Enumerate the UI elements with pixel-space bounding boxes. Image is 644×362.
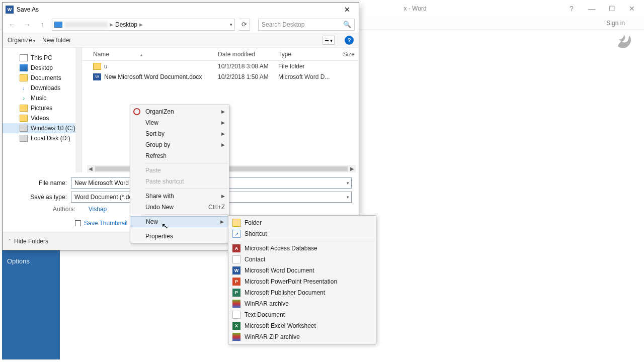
tree-this-pc[interactable]: This PC bbox=[3, 53, 82, 63]
nav-up-button[interactable]: ↑ bbox=[37, 21, 48, 28]
col-type[interactable]: Type bbox=[278, 51, 336, 58]
ctx-group-by[interactable]: Group by▶ bbox=[130, 139, 229, 150]
ctx-paste-shortcut: Paste shortcut bbox=[130, 176, 229, 187]
submenu-arrow-icon: ▶ bbox=[220, 219, 224, 224]
sub-folder[interactable]: Folder bbox=[228, 217, 376, 228]
winrar-icon bbox=[232, 300, 240, 308]
file-row[interactable]: u 10/1/2018 3:08 AM File folder bbox=[82, 61, 359, 71]
ctx-refresh[interactable]: Refresh bbox=[130, 150, 229, 161]
folder-icon bbox=[93, 63, 101, 70]
ctx-properties[interactable]: Properties bbox=[130, 231, 229, 242]
dropdown-icon[interactable]: ▾ bbox=[347, 195, 349, 200]
col-date[interactable]: Date modified bbox=[218, 51, 278, 58]
hide-folders-button[interactable]: ˄ Hide Folders bbox=[9, 238, 48, 245]
maximize-button[interactable]: ☐ bbox=[603, 3, 621, 15]
save-thumbnail-checkbox[interactable] bbox=[75, 220, 81, 226]
ctx-new[interactable]: New▶ bbox=[131, 216, 228, 227]
separator bbox=[144, 189, 228, 189]
new-folder-button[interactable]: New folder bbox=[42, 37, 71, 44]
breadcrumb-blurred bbox=[64, 22, 108, 28]
nav-forward-button[interactable]: → bbox=[22, 20, 33, 29]
breadcrumb-location[interactable]: Desktop bbox=[115, 21, 137, 28]
options-label[interactable]: Options bbox=[7, 257, 30, 265]
chevron-up-icon: ˄ bbox=[9, 239, 11, 244]
powerpoint-icon: P bbox=[232, 278, 240, 286]
search-placeholder: Search Desktop bbox=[262, 21, 304, 28]
shortcut-text: Ctrl+Z bbox=[208, 204, 225, 211]
ctx-view[interactable]: View▶ bbox=[130, 117, 229, 128]
tree-drive-c[interactable]: Windows 10 (C:) bbox=[3, 123, 82, 133]
view-options-button[interactable]: ☰ ▾ bbox=[323, 36, 335, 45]
download-icon: ↓ bbox=[20, 84, 28, 92]
tree-drive-d[interactable]: Local Disk (D:) bbox=[3, 133, 82, 143]
tree-videos[interactable]: Videos bbox=[3, 113, 82, 123]
dialog-close-button[interactable]: ✕ bbox=[339, 5, 356, 15]
tree-desktop[interactable]: Desktop bbox=[3, 63, 82, 73]
sub-contact[interactable]: Contact bbox=[228, 254, 376, 265]
col-size[interactable]: Size bbox=[336, 51, 359, 58]
sub-shortcut[interactable]: ↗Shortcut bbox=[228, 228, 376, 239]
search-icon: 🔍 bbox=[343, 21, 351, 28]
sub-winrar-zip[interactable]: WinRAR ZIP archive bbox=[228, 331, 376, 342]
tree-pictures[interactable]: Pictures bbox=[3, 103, 82, 113]
help-icon[interactable]: ? bbox=[562, 3, 581, 15]
dragon-logo-icon bbox=[615, 31, 635, 51]
organize-menu[interactable]: Organize bbox=[8, 37, 35, 44]
chevron-right-icon: ▶ bbox=[110, 22, 113, 27]
context-menu: OrganiZen▶ View▶ Sort by▶ Group by▶ Refr… bbox=[130, 105, 229, 243]
drive-icon bbox=[20, 125, 28, 132]
tree-scrollbar[interactable] bbox=[75, 48, 82, 172]
sub-publisher[interactable]: PMicrosoft Publisher Document bbox=[228, 287, 376, 298]
tree-music[interactable]: ♪Music bbox=[3, 93, 82, 103]
shortcut-icon: ↗ bbox=[232, 230, 240, 238]
access-icon: A bbox=[232, 244, 240, 252]
folder-icon bbox=[20, 74, 28, 81]
filename-label: File name: bbox=[10, 179, 71, 187]
address-dropdown-icon[interactable]: ▾ bbox=[230, 22, 232, 27]
search-input[interactable]: Search Desktop 🔍 bbox=[258, 19, 355, 31]
videos-icon bbox=[20, 115, 28, 122]
minimize-button[interactable]: — bbox=[583, 3, 601, 15]
music-icon: ♪ bbox=[20, 95, 28, 102]
column-headers[interactable]: Name▲ Date modified Type Size bbox=[82, 48, 359, 61]
sub-excel[interactable]: XMicrosoft Excel Worksheet bbox=[228, 320, 376, 331]
word-icon: W bbox=[6, 6, 14, 14]
organizen-icon bbox=[133, 108, 140, 115]
submenu-arrow-icon: ▶ bbox=[221, 142, 225, 147]
ctx-undo-new[interactable]: Undo NewCtrl+Z bbox=[130, 202, 229, 213]
submenu-arrow-icon: ▶ bbox=[221, 131, 225, 136]
separator bbox=[244, 241, 375, 241]
dialog-help-button[interactable]: ? bbox=[345, 36, 354, 45]
scroll-right-icon[interactable]: ▶ bbox=[349, 166, 356, 171]
refresh-button[interactable]: ⟳ bbox=[239, 19, 250, 31]
separator bbox=[144, 229, 228, 229]
tree-documents[interactable]: Documents bbox=[3, 73, 82, 83]
ctx-sort-by[interactable]: Sort by▶ bbox=[130, 128, 229, 139]
pc-icon bbox=[20, 54, 28, 61]
contact-icon bbox=[232, 255, 240, 263]
ctx-share-with[interactable]: Share with▶ bbox=[130, 191, 229, 202]
word-file-icon: W bbox=[93, 73, 101, 80]
sub-text[interactable]: Text Document bbox=[228, 309, 376, 320]
nav-back-button[interactable]: ← bbox=[7, 20, 18, 29]
ctx-organizen[interactable]: OrganiZen▶ bbox=[130, 106, 229, 117]
signin-link[interactable]: Sign in bbox=[606, 20, 625, 27]
authors-label: Authors: bbox=[53, 206, 75, 213]
separator bbox=[144, 214, 228, 215]
authors-value[interactable]: Vishap bbox=[89, 206, 107, 213]
dropdown-icon[interactable]: ▾ bbox=[347, 180, 349, 186]
submenu-arrow-icon: ▶ bbox=[221, 120, 225, 125]
sub-winrar[interactable]: WinRAR archive bbox=[228, 298, 376, 309]
sub-word[interactable]: WMicrosoft Word Document bbox=[228, 265, 376, 276]
tree-downloads[interactable]: ↓Downloads bbox=[3, 83, 82, 93]
drive-icon bbox=[20, 135, 28, 142]
file-row[interactable]: W New Microsoft Word Document.docx 10/2/… bbox=[82, 71, 359, 82]
close-button[interactable]: ✕ bbox=[623, 3, 641, 15]
address-bar[interactable]: ▶ Desktop ▶ ▾ bbox=[52, 19, 235, 31]
sub-ppt[interactable]: PMicrosoft PowerPoint Presentation bbox=[228, 276, 376, 287]
save-thumbnail-label[interactable]: Save Thumbnail bbox=[84, 220, 128, 227]
col-name[interactable]: Name bbox=[93, 51, 109, 58]
submenu-arrow-icon: ▶ bbox=[221, 109, 225, 114]
sub-access[interactable]: AMicrosoft Access Database bbox=[228, 243, 376, 254]
scroll-left-icon[interactable]: ◀ bbox=[87, 166, 94, 171]
